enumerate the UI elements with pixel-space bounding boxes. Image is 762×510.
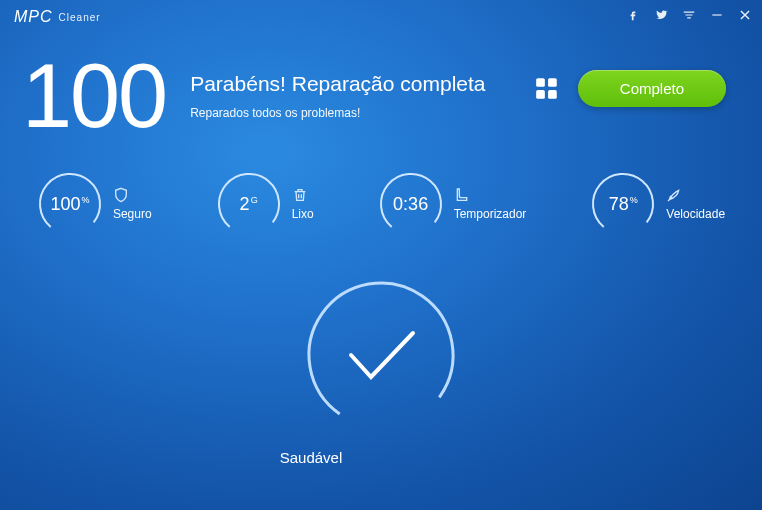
logo-text: MPC xyxy=(14,8,53,26)
twitter-icon[interactable] xyxy=(654,8,668,26)
secure-value: 100% xyxy=(50,194,89,215)
speed-ring: 78% xyxy=(590,171,656,237)
speed-value: 78% xyxy=(609,194,638,215)
timer-label: Temporizador xyxy=(454,207,527,221)
secure-ring: 100% xyxy=(37,171,103,237)
boot-icon xyxy=(454,187,470,203)
header-subtitle: Reparados todos os problemas! xyxy=(190,106,534,120)
facebook-icon[interactable] xyxy=(626,8,640,26)
timer-value: 0:36 xyxy=(393,194,428,215)
close-button[interactable] xyxy=(738,8,752,26)
header-text: Parabéns! Reparação completa Reparados t… xyxy=(190,72,534,120)
header-title: Parabéns! Reparação completa xyxy=(190,72,534,96)
shield-icon xyxy=(113,187,129,203)
header-actions: Completo xyxy=(534,70,726,107)
svg-rect-1 xyxy=(536,78,545,87)
grid-icon[interactable] xyxy=(534,76,560,102)
rocket-icon xyxy=(666,187,682,203)
stat-secure[interactable]: 100% Seguro xyxy=(37,171,152,237)
timer-ring: 0:36 xyxy=(378,171,444,237)
header: 100 Parabéns! Reparação completa Reparad… xyxy=(0,28,762,137)
junk-value: 2G xyxy=(240,194,258,215)
trash-icon xyxy=(292,187,308,203)
menu-icon[interactable] xyxy=(682,8,696,26)
window-controls xyxy=(626,8,752,26)
svg-rect-4 xyxy=(548,90,557,99)
svg-rect-2 xyxy=(548,78,557,87)
svg-point-9 xyxy=(301,275,461,435)
health-label: Saudável xyxy=(280,449,343,466)
titlebar: MPC Cleaner xyxy=(0,0,762,28)
svg-rect-0 xyxy=(712,14,721,15)
svg-rect-3 xyxy=(536,90,545,99)
stat-speed[interactable]: 78% Velocidade xyxy=(590,171,725,237)
complete-button[interactable]: Completo xyxy=(578,70,726,107)
junk-label: Lixo xyxy=(292,207,314,221)
score-value: 100 xyxy=(22,56,166,137)
minimize-button[interactable] xyxy=(710,8,724,26)
secure-label: Seguro xyxy=(113,207,152,221)
health-area: Saudável xyxy=(0,275,762,466)
junk-ring: 2G xyxy=(216,171,282,237)
logo-subtext: Cleaner xyxy=(59,12,101,23)
stats-row: 100% Seguro 2G Lixo 0:36 Tempori xyxy=(0,171,762,237)
stat-timer[interactable]: 0:36 Temporizador xyxy=(378,171,527,237)
stat-junk[interactable]: 2G Lixo xyxy=(216,171,314,237)
health-ring xyxy=(301,275,461,435)
speed-label: Velocidade xyxy=(666,207,725,221)
app-logo: MPC Cleaner xyxy=(14,8,101,26)
